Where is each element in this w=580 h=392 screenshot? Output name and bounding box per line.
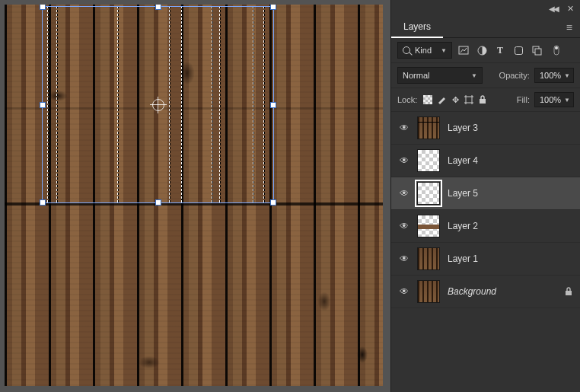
svg-rect-9 [566, 291, 572, 295]
selection-edge [263, 6, 265, 202]
layer-row[interactable]: 👁 Background [391, 276, 580, 308]
visibility-toggle-icon[interactable]: 👁 [399, 123, 410, 133]
selection-edge [219, 6, 221, 202]
fill-label: Fill: [517, 95, 530, 104]
fill-value: 100% [540, 95, 561, 104]
filter-kind-label: Kind [415, 46, 432, 55]
chevron-down-icon: ▼ [564, 72, 570, 79]
svg-rect-8 [480, 99, 486, 104]
search-icon [403, 46, 410, 54]
layer-thumbnail[interactable] [417, 149, 440, 172]
svg-rect-4 [535, 49, 541, 55]
layers-panel: ◀◀ ✕ Layers ≡ Kind ▼ T Normal [390, 0, 580, 392]
lock-fill-row: Lock: ✥ Fill: 100% ▼ [391, 88, 580, 112]
lock-pixels-icon[interactable] [435, 94, 448, 106]
plank-seam-upper [5, 107, 383, 110]
lock-artboard-icon[interactable] [463, 94, 475, 106]
blend-mode-value: Normal [403, 71, 429, 80]
svg-rect-7 [466, 97, 472, 103]
selection-edge [47, 6, 49, 202]
opacity-input[interactable]: 100% ▼ [534, 68, 574, 83]
wood-grain [5, 5, 383, 386]
plank-seam [5, 202, 383, 206]
lock-transparency-icon[interactable] [422, 94, 434, 106]
selection-edge [253, 6, 254, 202]
layer-row[interactable]: 👁 Layer 2 [391, 210, 580, 243]
svg-point-6 [555, 46, 558, 49]
document-canvas[interactable] [5, 5, 383, 386]
chevron-down-icon: ▼ [441, 47, 447, 54]
lock-icon [565, 287, 572, 296]
layer-row[interactable]: 👁 Layer 5 [391, 177, 580, 210]
layer-name[interactable]: Layer 4 [448, 155, 478, 166]
visibility-toggle-icon[interactable]: 👁 [399, 286, 410, 297]
lock-label: Lock: [397, 95, 417, 104]
tab-layers[interactable]: Layers [391, 17, 443, 38]
collapse-icon[interactable]: ◀◀ [549, 5, 558, 13]
layer-thumbnail[interactable] [417, 215, 440, 237]
panel-titlebar: ◀◀ ✕ [391, 0, 580, 17]
blend-mode-select[interactable]: Normal ▼ [397, 67, 483, 84]
selection-edge [212, 6, 213, 202]
filter-toggle-icon[interactable] [550, 43, 563, 57]
visibility-toggle-icon[interactable]: 👁 [399, 253, 410, 264]
layer-name[interactable]: Layer 1 [448, 253, 478, 264]
blend-opacity-row: Normal ▼ Opacity: 100% ▼ [391, 63, 580, 88]
selection-edge [117, 6, 119, 202]
filter-adjustment-icon[interactable] [475, 43, 489, 57]
opacity-value: 100% [540, 71, 561, 80]
visibility-toggle-icon[interactable]: 👁 [399, 221, 410, 231]
opacity-label: Opacity: [499, 71, 530, 80]
selection-edge [169, 6, 170, 202]
chevron-down-icon: ▼ [471, 72, 477, 79]
layer-filter-row: Kind ▼ T [391, 38, 580, 63]
svg-rect-2 [515, 46, 522, 54]
chevron-down-icon: ▼ [564, 97, 570, 104]
selection-edge [56, 6, 58, 202]
layer-name[interactable]: Background [448, 286, 496, 297]
layer-thumbnail[interactable] [417, 182, 440, 205]
fill-input[interactable]: 100% ▼ [534, 92, 574, 107]
selection-edge [181, 6, 183, 202]
close-panel-icon[interactable]: ✕ [567, 4, 574, 14]
lock-position-icon[interactable]: ✥ [449, 94, 461, 106]
layer-name[interactable]: Layer 2 [448, 221, 478, 231]
filter-shape-icon[interactable] [511, 43, 525, 57]
layer-thumbnail[interactable] [417, 247, 440, 270]
layer-name[interactable]: Layer 3 [448, 123, 478, 133]
layer-thumbnail[interactable] [417, 280, 440, 303]
layer-list: 👁 Layer 3 👁 Layer 4 👁 Layer 5 👁 Layer 2 … [391, 112, 580, 392]
layer-row[interactable]: 👁 Layer 1 [391, 243, 580, 276]
canvas-area[interactable] [0, 0, 390, 392]
filter-kind-select[interactable]: Kind ▼ [397, 42, 452, 59]
filter-type-icon[interactable]: T [493, 43, 507, 57]
panel-menu-icon[interactable]: ≡ [563, 18, 575, 37]
layer-row[interactable]: 👁 Layer 4 [391, 145, 580, 177]
layer-row[interactable]: 👁 Layer 3 [391, 112, 580, 145]
layer-thumbnail[interactable] [417, 116, 440, 139]
filter-smart-icon[interactable] [530, 43, 543, 57]
visibility-toggle-icon[interactable]: 👁 [399, 188, 410, 199]
lock-all-icon[interactable] [476, 94, 489, 106]
lock-icon-group: ✥ [422, 94, 489, 106]
visibility-toggle-icon[interactable]: 👁 [399, 155, 410, 166]
panel-tabs: Layers ≡ [391, 17, 580, 38]
layer-name[interactable]: Layer 5 [448, 188, 478, 199]
filter-pixel-icon[interactable] [457, 43, 470, 57]
